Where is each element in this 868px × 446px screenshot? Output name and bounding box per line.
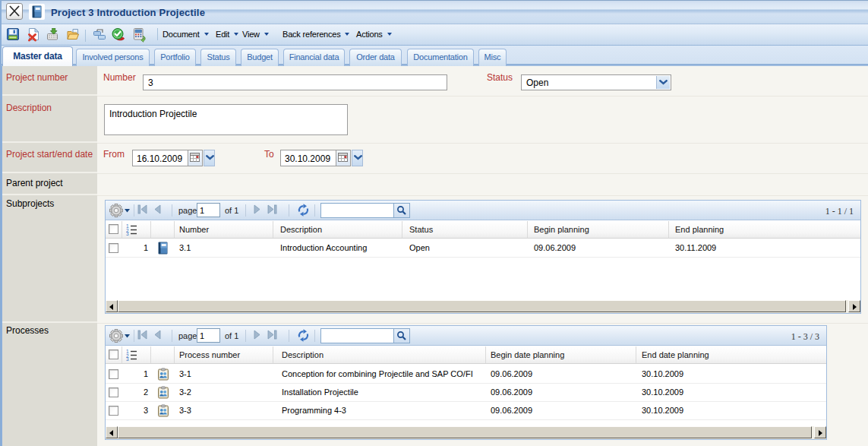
svg-text:3: 3 xyxy=(126,356,129,361)
svg-text:3: 3 xyxy=(126,231,129,236)
